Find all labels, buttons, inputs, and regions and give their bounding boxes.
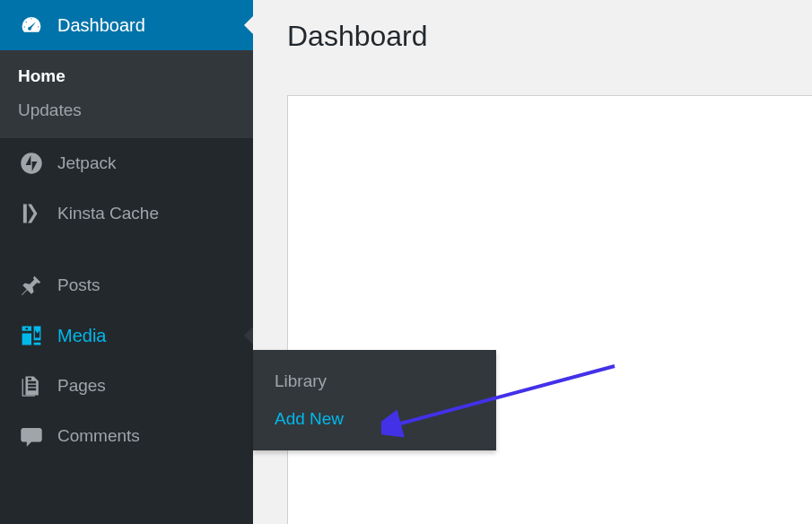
page-title: Dashboard (253, 0, 812, 74)
jetpack-icon (18, 150, 45, 177)
comments-icon (18, 423, 45, 450)
dashboard-submenu: Home Updates (0, 50, 253, 138)
media-flyout-menu: Library Add New (253, 350, 496, 450)
flyout-item-library[interactable]: Library (253, 362, 496, 400)
sidebar-item-label: Posts (57, 275, 100, 295)
admin-sidebar: Dashboard Home Updates Jetpack Kinsta Ca… (0, 0, 253, 524)
sidebar-item-label: Jetpack (57, 153, 116, 173)
content-panel (287, 95, 812, 524)
sidebar-item-label: Media (57, 326, 106, 346)
sidebar-item-pages[interactable]: Pages (0, 361, 253, 411)
sidebar-item-label: Dashboard (57, 15, 145, 36)
sidebar-item-posts[interactable]: Posts (0, 260, 253, 310)
sidebar-item-dashboard[interactable]: Dashboard (0, 0, 253, 50)
sidebar-item-label: Kinsta Cache (57, 204, 159, 223)
svg-point-0 (21, 153, 41, 173)
sidebar-item-media[interactable]: Media (0, 310, 253, 361)
sidebar-item-label: Pages (57, 376, 106, 396)
submenu-item-home[interactable]: Home (0, 59, 253, 93)
sidebar-item-kinsta-cache[interactable]: Kinsta Cache (0, 188, 253, 239)
sidebar-item-jetpack[interactable]: Jetpack (0, 138, 253, 188)
sidebar-separator (0, 242, 253, 257)
svg-point-1 (26, 328, 29, 330)
sidebar-item-label: Comments (57, 426, 140, 446)
flyout-item-add-new[interactable]: Add New (253, 400, 496, 438)
dashboard-icon (18, 12, 45, 39)
pages-icon (18, 372, 45, 399)
pin-icon (18, 272, 45, 299)
sidebar-item-comments[interactable]: Comments (0, 411, 253, 461)
media-icon (18, 322, 45, 349)
kinsta-icon (18, 200, 45, 227)
submenu-item-updates[interactable]: Updates (0, 93, 253, 127)
